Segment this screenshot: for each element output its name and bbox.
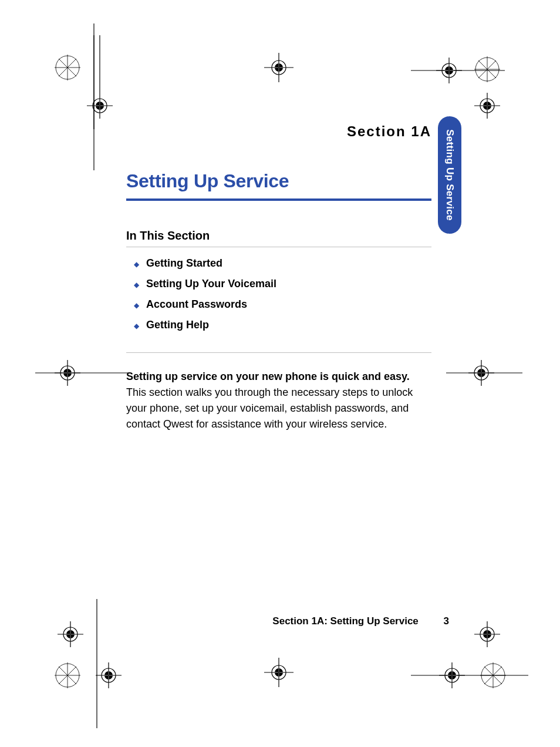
registration-mark — [446, 341, 540, 411]
svg-point-55 — [66, 630, 75, 638]
svg-point-84 — [445, 668, 459, 682]
svg-line-2 — [59, 59, 76, 76]
list-item: ◆ Getting Started — [126, 257, 431, 270]
svg-point-40 — [60, 366, 75, 380]
registration-mark — [35, 35, 129, 129]
registration-mark — [241, 640, 323, 722]
svg-line-91 — [484, 667, 502, 684]
bullet-list: ◆ Getting Started ◆ Setting Up Your Voic… — [126, 257, 431, 339]
svg-point-71 — [272, 665, 286, 679]
svg-point-7 — [93, 99, 107, 113]
svg-point-23 — [445, 66, 453, 75]
list-item: ◆ Getting Help — [126, 319, 431, 331]
svg-line-30 — [478, 60, 496, 78]
divider — [126, 247, 431, 247]
bullet-icon: ◆ — [126, 281, 146, 289]
svg-point-60 — [56, 664, 79, 687]
list-item: ◆ Setting Up Your Voicemail — [126, 278, 431, 290]
svg-point-34 — [483, 102, 491, 110]
svg-point-90 — [481, 664, 505, 687]
svg-point-8 — [96, 102, 104, 110]
svg-line-92 — [484, 667, 502, 684]
list-item-label: Setting Up Your Voicemail — [146, 278, 276, 290]
body-text: This section walks you through the neces… — [126, 386, 413, 430]
registration-mark — [76, 23, 112, 170]
title-divider — [126, 198, 431, 201]
bullet-icon: ◆ — [126, 301, 146, 309]
side-tab: Setting Up Service — [438, 116, 461, 234]
svg-point-15 — [272, 60, 286, 75]
list-item-label: Account Passwords — [146, 298, 247, 311]
side-tab-label: Setting Up Service — [444, 129, 456, 221]
list-item: ◆ Account Passwords — [126, 298, 431, 311]
registration-mark — [252, 35, 323, 106]
svg-point-16 — [275, 63, 283, 72]
svg-line-1 — [59, 59, 76, 76]
svg-line-61 — [59, 667, 76, 684]
svg-line-29 — [478, 60, 496, 78]
svg-point-79 — [483, 630, 491, 638]
registration-mark — [35, 341, 129, 411]
list-item-label: Getting Started — [146, 257, 222, 270]
svg-point-33 — [480, 99, 494, 113]
svg-point-78 — [480, 627, 494, 641]
svg-point-0 — [56, 56, 79, 79]
svg-point-28 — [475, 58, 499, 81]
svg-point-66 — [104, 671, 113, 679]
page-number: 3 — [444, 615, 449, 627]
svg-point-41 — [63, 369, 72, 377]
footer-label: Section 1A: Setting Up Service — [272, 615, 418, 627]
page-title: Setting Up Service — [126, 170, 289, 192]
lead-sentence: Setting up service on your new phone is … — [126, 371, 410, 382]
svg-point-72 — [275, 668, 283, 677]
svg-point-47 — [474, 366, 488, 380]
divider — [126, 352, 431, 353]
svg-point-65 — [102, 668, 116, 682]
svg-line-62 — [59, 667, 76, 684]
svg-point-48 — [477, 369, 485, 377]
body-paragraph: Setting up service on your new phone is … — [126, 369, 431, 432]
svg-point-85 — [448, 671, 456, 679]
section-label: Section 1A — [126, 123, 431, 140]
list-item-label: Getting Help — [146, 319, 209, 331]
svg-point-22 — [442, 63, 456, 78]
page-footer: Section 1A: Setting Up Service 3 — [126, 615, 449, 627]
bullet-icon: ◆ — [126, 260, 146, 268]
in-this-section-heading: In This Section — [126, 229, 210, 243]
svg-point-54 — [63, 627, 77, 641]
bullet-icon: ◆ — [126, 322, 146, 330]
